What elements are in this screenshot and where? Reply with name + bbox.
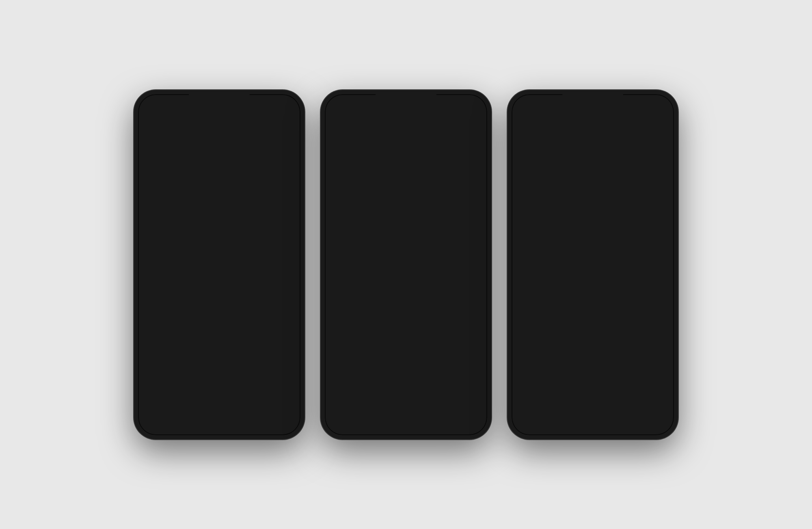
phone1-screen: 18:17 ●●● WiFi 🔋 ≡ Home SONGS Recently P… (137, 93, 301, 436)
mini-thumb-3 (520, 387, 535, 403)
tab-search[interactable]: ☰ (269, 410, 293, 421)
playlist-title-apple: Songs from Apple Ads (595, 369, 668, 375)
song-thumb-power (144, 313, 162, 331)
song-row[interactable]: I Think He Knows ☁ Taylor Swift 79x (137, 287, 301, 311)
app-header: Home (137, 106, 301, 120)
song-thumb-theman (144, 173, 162, 191)
play-count: 79x (287, 319, 295, 325)
progress-bar[interactable] (334, 287, 478, 288)
pause-button[interactable]: ⏸ (266, 390, 274, 399)
browse-icon-3: 🔍 (567, 410, 578, 421)
album-card-grid: evermore Taylor Swift + 2w FLY AWAY Fly … (511, 171, 675, 266)
next-button[interactable]: ▶▶ (280, 390, 292, 400)
time-elapsed: 0:09 (334, 289, 343, 295)
section-label-most: SONGS (137, 240, 301, 250)
playlist-card-pop[interactable]: BACK INTHE U.S.A Pop Throwback Songs (517, 293, 590, 381)
mini-title-3: Good in Bed (539, 392, 639, 398)
song-title: The Man ☁ (166, 175, 283, 182)
apple-logo-icon:  (627, 315, 636, 343)
signal-icon: ●●● (264, 97, 272, 102)
album-art (324, 93, 488, 280)
next-button-3[interactable]: ▶▶ (654, 390, 666, 400)
song-title: Stupid Love (166, 198, 289, 205)
song-meta: ▷ 31m (283, 156, 295, 161)
mini-controls: ⏸ ▶▶ (266, 390, 292, 400)
tab-bar-3: 🎵 🔍 🎶 ☰ (511, 407, 675, 436)
tab-search-3[interactable]: ☰ (642, 410, 667, 421)
airplay-icon[interactable]: ((·)) (471, 381, 478, 387)
apple-ads-art:  (595, 293, 668, 366)
song-row[interactable]: EXODUS Exodus Honey ☁ Honeycut 80x (137, 264, 301, 287)
playlist-card-apple[interactable]:  Songs from Apple Ads 206 Songs (595, 293, 668, 381)
section-title-recently: Recently Played (137, 134, 301, 147)
menu-icon[interactable]: ≡ (517, 105, 522, 113)
phone3-status-icons: ●●● WiFi 🔋 (638, 97, 665, 102)
battery-icon: 🔋 (473, 97, 478, 102)
tab-listen-3[interactable]: 🎵 (519, 410, 544, 421)
pause-button-3[interactable]: ⏸ (639, 390, 647, 399)
song-info: Little Monster ☁ Royal Blood (166, 338, 287, 352)
phone2-notch (376, 90, 436, 102)
song-artist: Taylor Swift (166, 229, 283, 235)
song-row[interactable]: The Man ☁ Taylor Swift ▷ 35m (137, 171, 301, 194)
tab-library[interactable]: 🎶 (228, 410, 252, 421)
song-artist: Honeycut (166, 276, 287, 283)
tab-browse-3[interactable]: 🔍 (560, 410, 585, 421)
tab-listen-now[interactable]: 🎵 (146, 410, 170, 421)
album-title-evermore: evermore (517, 250, 590, 257)
section-label-recently-added: ALBUMS (511, 147, 675, 158)
song-title: Little Monster ☁ (166, 338, 287, 345)
album-card-flyaway[interactable]: FLY AWAY Fly Away - Single Tones And I +… (595, 175, 668, 262)
volume-control[interactable]: 🔈 🔊 (334, 365, 478, 372)
song-row[interactable]: Power ☁ Little Mix 79x (137, 311, 301, 334)
song-info: I Think He Knows ☁ Taylor Swift (166, 292, 287, 306)
song-row[interactable]: ▼ Little Monster ☁ Royal Blood 78x (137, 334, 301, 357)
phone3-screen: 18:16 ●●● WiFi 🔋 ≡ Home ALBUMS Recently … (511, 93, 675, 436)
album-card-evermore[interactable]: evermore Taylor Swift + 2w (517, 175, 590, 262)
home-header: Home (511, 113, 675, 147)
progress-area[interactable]: 0:09 -3:29 (324, 287, 488, 295)
add-button[interactable]: + (289, 200, 295, 210)
home-title: Home (519, 130, 667, 145)
song-row-stupid-love[interactable]: Stupid Love Lady Gaga + (137, 194, 301, 217)
fast-forward-button[interactable]: ⏭ (441, 333, 460, 355)
album-sub-evermore: Taylor Swift + 2w (517, 257, 590, 262)
song-thumb-stupidlove (144, 196, 162, 214)
heart-button[interactable]: ♡ (469, 305, 478, 317)
home-indicator (380, 431, 432, 433)
playlist-sub-apple: 206 Songs (595, 375, 668, 381)
search-icon: ☰ (277, 410, 285, 421)
browse-icon: 🔍 (193, 410, 204, 421)
phone3-notch (562, 90, 623, 102)
rewind-button[interactable]: ⏮ (352, 333, 371, 355)
song-artist: Lady Gaga (166, 206, 289, 212)
menu-icon[interactable]: ≡ (145, 123, 150, 132)
track-artist-album: Dua Lipa — Future Nostalgia (334, 313, 417, 320)
song-thumb-exodus: EXODUS (144, 267, 162, 285)
signal-icon: ●●● (638, 97, 646, 102)
mini-player-thumb (146, 387, 162, 403)
playlist-collage: BACK INTHE U.S.A (517, 293, 590, 366)
mini-player-3[interactable]: Good in Bed ⏸ ▶▶ (514, 383, 672, 407)
song-row[interactable]: Good in Bed E ☁ Dua Lipa ▷ 31m (137, 147, 301, 171)
song-row[interactable]: Paper Rings ☁ Taylor Swift ▷ 42m (137, 217, 301, 240)
song-info: Exodus Honey ☁ Honeycut (166, 269, 287, 283)
progress-dot (337, 285, 342, 289)
more-options-icon[interactable]: ••• (334, 379, 343, 389)
phone2-status-icons: ●●● WiFi 🔋 (451, 97, 478, 102)
play-pause-button[interactable]: ⏸ (395, 332, 417, 356)
song-artist: Royal Blood (166, 346, 287, 352)
song-info: Power ☁ Little Mix (166, 315, 287, 329)
album-sub-flyaway: Tones And I + 1mo (595, 257, 668, 262)
phone1-notch (189, 90, 250, 102)
tab-browse[interactable]: 🔍 (187, 410, 211, 421)
volume-slider[interactable] (346, 367, 466, 369)
playlist-sub-pop: 31 Songs (517, 375, 590, 381)
song-meta: ▷ 35m (283, 179, 295, 184)
section-title-playlists: Playlists (511, 276, 675, 290)
playlist-title-pop: Pop Throwback Songs (517, 369, 590, 375)
song-info: Paper Rings ☁ Taylor Swift (166, 221, 283, 235)
tab-library-3[interactable]: 🎶 (601, 410, 626, 421)
mini-player[interactable]: Good in Bed ⏸ ▶▶ (140, 383, 298, 407)
cloud-icon: ☁ (219, 293, 223, 298)
